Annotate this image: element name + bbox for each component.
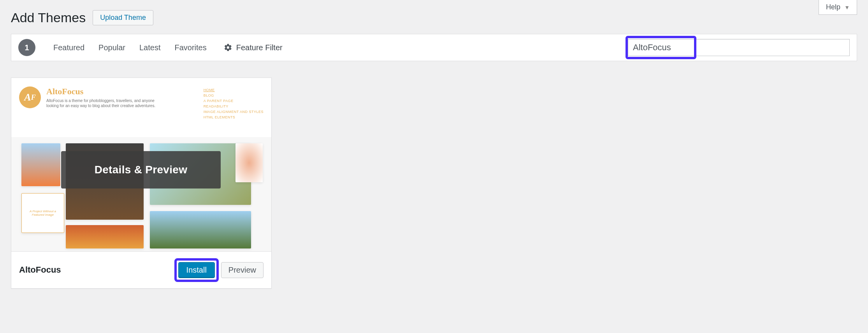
gear-icon — [224, 43, 232, 52]
theme-brand-title: AltoFocus — [46, 86, 163, 97]
filter-tabs: Featured Popular Latest Favorites — [53, 43, 207, 52]
tab-popular[interactable]: Popular — [98, 43, 125, 52]
theme-logo: AF — [19, 86, 41, 108]
feature-filter-label: Feature Filter — [236, 43, 283, 52]
search-wrap — [628, 39, 850, 56]
results-count-badge: 1 — [18, 39, 35, 56]
nav-parent: A PARENT PAGE — [204, 99, 264, 103]
theme-screenshot: AF AltoFocus AltoFocus is a theme for ph… — [11, 78, 271, 252]
upload-theme-button[interactable]: Upload Theme — [93, 10, 153, 25]
theme-name-label: AltoFocus — [19, 265, 61, 275]
tab-featured[interactable]: Featured — [53, 43, 84, 52]
theme-search-input[interactable] — [628, 39, 850, 56]
tab-latest[interactable]: Latest — [139, 43, 160, 52]
page-header: Add Themes Upload Theme — [11, 0, 857, 25]
details-preview-overlay[interactable]: Details & Preview — [61, 151, 221, 189]
feature-filter-button[interactable]: Feature Filter — [224, 43, 283, 52]
theme-brand-tagline: AltoFocus is a theme for photobloggers, … — [46, 98, 163, 108]
filter-bar: 1 Featured Popular Latest Favorites Feat… — [11, 34, 857, 61]
nav-blog: BLOG — [204, 93, 264, 97]
help-tab[interactable]: Help ▼ — [819, 0, 857, 15]
help-label: Help — [826, 3, 840, 11]
nav-html: HTML ELEMENTS — [204, 115, 264, 119]
nav-read: READABILITY — [204, 104, 264, 108]
page-title: Add Themes — [11, 10, 86, 25]
themes-list: AF AltoFocus AltoFocus is a theme for ph… — [11, 78, 857, 289]
tab-favorites[interactable]: Favorites — [174, 43, 206, 52]
theme-shot-nav: HOME BLOG A PARENT PAGE READABILITY IMAG… — [204, 86, 264, 121]
preview-button[interactable]: Preview — [221, 262, 264, 278]
featured-card-text: A Project Without a Featured Image — [21, 193, 64, 233]
chevron-down-icon: ▼ — [844, 4, 850, 11]
theme-card-altofocus[interactable]: AF AltoFocus AltoFocus is a theme for ph… — [11, 78, 272, 289]
nav-home: HOME — [204, 88, 264, 92]
nav-img: IMAGE ALIGNMENT AND STYLES — [204, 110, 264, 114]
theme-footer: AltoFocus Install Preview — [11, 252, 271, 288]
install-button[interactable]: Install — [178, 262, 215, 278]
